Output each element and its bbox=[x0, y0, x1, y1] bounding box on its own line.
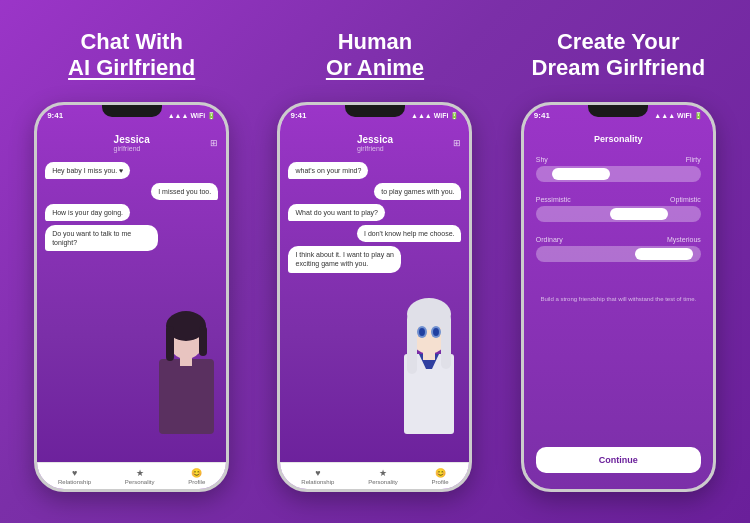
personality-description: Build a strong friendship that will with… bbox=[524, 295, 713, 303]
msg-1-4: Do you want to talk to me tonight? bbox=[45, 225, 157, 251]
msg-2-3: What do you want to play? bbox=[288, 204, 385, 221]
tab-relationship-2[interactable]: ♥ Relationship bbox=[301, 468, 334, 485]
slider-3-labels: Ordinary Mysterious bbox=[536, 236, 701, 243]
msg-1-2: I missed you too. bbox=[151, 183, 218, 200]
heart-icon-1: ♥ bbox=[72, 468, 77, 478]
contact-status-1: girlfriend bbox=[114, 145, 150, 152]
slider-1-labels: Shy Flirty bbox=[536, 156, 701, 163]
slider-2-right: Optimistic bbox=[670, 196, 701, 203]
contact-name-1: Jessica bbox=[114, 134, 150, 145]
phone-2-screen: 9:41 ▲▲▲ WiFi 🔋 Jessica girlfriend ⊞ wh bbox=[280, 105, 469, 489]
msg-2-2: to play games with you. bbox=[374, 183, 461, 200]
tab-bar-2: ♥ Relationship ★ Personality 😊 Profile bbox=[280, 462, 469, 489]
status-time-2: 9:41 bbox=[290, 111, 306, 120]
svg-rect-10 bbox=[407, 314, 417, 374]
msg-2-1: what's on your mind? bbox=[288, 162, 368, 179]
panel-3-title: Create Your Dream Girlfriend bbox=[532, 20, 706, 90]
svg-rect-0 bbox=[159, 359, 214, 434]
status-icons-1: ▲▲▲ WiFi 🔋 bbox=[168, 112, 217, 120]
panel-1-title-line2: AI Girlfriend bbox=[68, 55, 195, 81]
anime-svg-2 bbox=[384, 294, 469, 434]
slider-1-right: Flirty bbox=[686, 156, 701, 163]
phone-2: 9:41 ▲▲▲ WiFi 🔋 Jessica girlfriend ⊞ wh bbox=[277, 102, 472, 492]
slider-2-thumb[interactable] bbox=[610, 208, 668, 220]
phone-1-screen: 9:41 ▲▲▲ WiFi 🔋 Jessica girlfriend ⊞ He bbox=[37, 105, 226, 489]
face-icon-1: 😊 bbox=[191, 468, 202, 478]
msg-1-1: Hey baby I miss you. ♥ bbox=[45, 162, 130, 179]
tab-relationship-1[interactable]: ♥ Relationship bbox=[58, 468, 91, 485]
svg-rect-11 bbox=[441, 314, 451, 369]
panel-3-title-line1: Create Your bbox=[532, 29, 706, 55]
slider-3-left: Ordinary bbox=[536, 236, 563, 243]
panel-2-title: Human Or Anime bbox=[326, 20, 424, 90]
tab-personality-1[interactable]: ★ Personality bbox=[125, 468, 155, 485]
svg-point-14 bbox=[419, 328, 425, 336]
slider-2-left: Pessimistic bbox=[536, 196, 571, 203]
panel-1-title-line1: Chat With bbox=[68, 29, 195, 55]
girlfriend-image-1 bbox=[141, 304, 226, 434]
star-icon-2: ★ bbox=[379, 468, 387, 478]
tab-personality-2[interactable]: ★ Personality bbox=[368, 468, 398, 485]
panel-3-title-line2: Dream Girlfriend bbox=[532, 55, 706, 81]
face-icon-2: 😊 bbox=[435, 468, 446, 478]
phone-1-notch bbox=[102, 105, 162, 117]
phone-2-notch bbox=[345, 105, 405, 117]
filter-icon-2: ⊞ bbox=[453, 138, 461, 148]
slider-2-labels: Pessimistic Optimistic bbox=[536, 196, 701, 203]
status-icons-3: ▲▲▲ WiFi 🔋 bbox=[654, 112, 703, 120]
panel-1-title: Chat With AI Girlfriend bbox=[68, 20, 195, 90]
svg-point-15 bbox=[433, 328, 439, 336]
panel-2-title-line2: Or Anime bbox=[326, 55, 424, 81]
svg-rect-4 bbox=[199, 326, 207, 356]
slider-shy-flirty: Shy Flirty bbox=[536, 156, 701, 182]
slider-1-thumb[interactable] bbox=[552, 168, 610, 180]
status-time-3: 9:41 bbox=[534, 111, 550, 120]
tab-profile-2[interactable]: 😊 Profile bbox=[432, 468, 449, 485]
panel-2: Human Or Anime 9:41 ▲▲▲ WiFi 🔋 Jessica bbox=[253, 20, 496, 503]
chat-area-2: what's on your mind? to play games with … bbox=[280, 156, 469, 462]
phone-3-screen: 9:41 ▲▲▲ WiFi 🔋 Personality Shy Flirty bbox=[524, 105, 713, 489]
heart-icon-2: ♥ bbox=[315, 468, 320, 478]
status-time-1: 9:41 bbox=[47, 111, 63, 120]
phone-3-notch bbox=[588, 105, 648, 117]
filter-icon-1: ⊞ bbox=[210, 138, 218, 148]
phone-1: 9:41 ▲▲▲ WiFi 🔋 Jessica girlfriend ⊞ He bbox=[34, 102, 229, 492]
slider-1-left: Shy bbox=[536, 156, 548, 163]
girlfriend-svg-1 bbox=[144, 304, 227, 434]
panel-2-title-line1: Human bbox=[326, 29, 424, 55]
phone-3: 9:41 ▲▲▲ WiFi 🔋 Personality Shy Flirty bbox=[521, 102, 716, 492]
svg-rect-5 bbox=[180, 354, 192, 366]
app-screenshot: Chat With AI Girlfriend 9:41 ▲▲▲ WiFi 🔋 … bbox=[0, 0, 750, 523]
star-icon-1: ★ bbox=[136, 468, 144, 478]
personality-sliders: Shy Flirty Pessimistic Optimistic bbox=[524, 152, 713, 295]
contact-status-2: girlfriend bbox=[357, 145, 393, 152]
slider-3-track[interactable] bbox=[536, 246, 701, 262]
svg-rect-16 bbox=[423, 350, 435, 360]
tab-bar-1: ♥ Relationship ★ Personality 😊 Profile bbox=[37, 462, 226, 489]
msg-1-3: How is your day going. bbox=[45, 204, 130, 221]
personality-header: Personality bbox=[524, 134, 713, 144]
chat-area-1: Hey baby I miss you. ♥ I missed you too.… bbox=[37, 156, 226, 462]
chat-header-1: Jessica girlfriend ⊞ bbox=[37, 120, 226, 156]
svg-rect-3 bbox=[166, 326, 174, 361]
anime-image-2 bbox=[384, 294, 469, 434]
msg-2-5: I think about it. I want to play an exci… bbox=[288, 246, 400, 272]
slider-ordinary-mysterious: Ordinary Mysterious bbox=[536, 236, 701, 262]
status-icons-2: ▲▲▲ WiFi 🔋 bbox=[411, 112, 460, 120]
contact-name-2: Jessica bbox=[357, 134, 393, 145]
slider-1-track[interactable] bbox=[536, 166, 701, 182]
msg-2-4: I don't know help me choose. bbox=[357, 225, 461, 242]
panel-3: Create Your Dream Girlfriend 9:41 ▲▲▲ Wi… bbox=[497, 20, 740, 503]
panel-1: Chat With AI Girlfriend 9:41 ▲▲▲ WiFi 🔋 … bbox=[10, 20, 253, 503]
slider-2-track[interactable] bbox=[536, 206, 701, 222]
chat-header-2: Jessica girlfriend ⊞ bbox=[280, 120, 469, 156]
slider-pessimistic-optimistic: Pessimistic Optimistic bbox=[536, 196, 701, 222]
slider-3-thumb[interactable] bbox=[635, 248, 693, 260]
slider-3-right: Mysterious bbox=[667, 236, 701, 243]
continue-button[interactable]: Continue bbox=[536, 447, 701, 473]
tab-profile-1[interactable]: 😊 Profile bbox=[188, 468, 205, 485]
